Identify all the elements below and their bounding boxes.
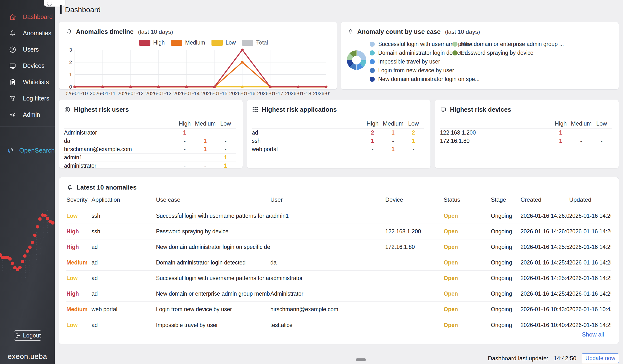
card-title: Highest risk devices — [450, 106, 511, 113]
table-row[interactable]: LowadSuccessful login with username patt… — [67, 271, 611, 286]
table-row[interactable]: Administrator1-- — [64, 128, 236, 137]
decorative-dots — [0, 206, 55, 291]
sidebar-item-opensearch[interactable]: OpenSearch — [0, 143, 55, 158]
legend-item[interactable]: High — [139, 40, 165, 46]
table-row[interactable]: Mediumweb portalLogin from new device by… — [67, 302, 611, 317]
sidebar-item-whitelists[interactable]: Whitelists — [0, 74, 55, 90]
sidebar-item-dashboard[interactable]: Dashboard — [0, 9, 55, 25]
risk-count-low: - — [215, 146, 236, 152]
risk-count-low: 1 — [215, 154, 236, 161]
legend-label: Medium — [185, 40, 205, 46]
update-now-button[interactable]: Update now — [582, 353, 619, 363]
logout-button[interactable]: Logout — [14, 330, 41, 341]
cell-updated: 2026-01-16 14:25:50 — [569, 244, 611, 250]
usecase-donut-chart — [347, 50, 366, 70]
table-row[interactable]: LowadImpossible travel by usertest.alice… — [67, 317, 611, 333]
sidebar-divider — [0, 127, 55, 127]
legend-item[interactable]: New domain administrator login on spe... — [370, 75, 480, 84]
cell-application: ad — [91, 275, 156, 281]
cell-user: test.alice — [270, 322, 385, 328]
svg-text:2026-01-19: 2026-01-19 — [313, 90, 330, 96]
table-row[interactable]: HighsshPassword spraying by device122.16… — [67, 224, 611, 239]
legend-item[interactable]: Low — [211, 40, 236, 46]
risk-count-medium: - — [195, 154, 215, 161]
table-row[interactable]: web portal-1- — [252, 145, 424, 153]
svg-text:2: 2 — [69, 59, 72, 65]
risk-count-low: 1 — [403, 138, 424, 144]
risk-count-high: 1 — [175, 129, 195, 136]
logout-icon — [15, 333, 21, 339]
table-row[interactable]: ad212 — [252, 128, 424, 137]
column-header-medium: Medium — [195, 120, 215, 127]
cell-severity: High — [67, 291, 91, 297]
svg-text:3: 3 — [69, 47, 72, 53]
legend-item[interactable]: New domain or enterprise admin group ... — [452, 40, 564, 48]
timeline-legend: HighMediumLowTotal — [76, 40, 332, 46]
table-row[interactable]: admin1--1 — [64, 153, 236, 162]
table-row[interactable]: LowsshSuccessful login with username pat… — [67, 208, 611, 224]
table-row[interactable]: HighadNew domain or enterprise admin gro… — [67, 286, 611, 302]
sidebar-item-log-filters[interactable]: Log filters — [0, 90, 55, 107]
cell-application: web portal — [91, 306, 156, 313]
donut-hole — [352, 56, 361, 65]
table-row[interactable]: administrator--1 — [64, 162, 236, 170]
sidebar-item-devices[interactable]: Devices — [0, 58, 55, 74]
cell-usecase: Successful login with username patterns … — [156, 275, 270, 281]
column-header: Created — [521, 196, 569, 203]
user-icon — [64, 106, 70, 113]
cell-usecase: Impossible travel by user — [156, 322, 270, 328]
cell-status: Open — [444, 244, 491, 250]
risk-count-medium: 1 — [195, 146, 215, 152]
cell-created: 2026-01-16 14:26:04 — [521, 213, 569, 219]
cell-status: Open — [444, 291, 491, 297]
sidebar-item-admin[interactable]: Admin — [0, 107, 55, 123]
anomalies-timeline-card: Anomalies timeline (last 10 days) HighMe… — [59, 22, 337, 89]
sidebar-item-users[interactable]: Users — [0, 41, 55, 58]
monitor-icon — [9, 62, 17, 70]
cell-stage: Ongoing — [491, 275, 521, 281]
cell-created: 2026-01-16 10:43:02 — [521, 306, 569, 313]
legend-item[interactable]: Medium — [171, 40, 205, 46]
risk-count-medium: 1 — [383, 146, 403, 152]
legend-item[interactable]: Login from new device by user — [370, 66, 480, 75]
risk-count-low: 2 — [403, 129, 424, 136]
bell-icon — [67, 184, 73, 191]
table-row[interactable]: da-1- — [64, 137, 236, 145]
legend-label: Low — [226, 40, 236, 46]
table-row[interactable]: 122.168.1.2001-- — [440, 128, 612, 137]
legend-swatch-icon — [139, 40, 150, 46]
show-all-link[interactable]: Show all — [582, 331, 604, 338]
collapse-sidebar-icon[interactable]: ← — [47, 1, 52, 6]
bell-icon — [9, 29, 17, 37]
legend-dot-icon — [370, 42, 375, 47]
cell-usecase: New domain or enterprise admin group mem… — [156, 291, 270, 297]
legend-item[interactable]: Password spraying by device — [452, 48, 564, 57]
legend-label: New domain administrator login on spe... — [378, 76, 480, 83]
risk-count-high: 1 — [551, 129, 571, 136]
anomaly-count-card: Anomaly count by use case (last 10 days)… — [341, 22, 619, 89]
table-row[interactable]: 172.16.1.801-- — [440, 137, 612, 145]
cell-application: ad — [91, 291, 156, 297]
usecase-legend-col2: New domain or enterprise admin group ...… — [452, 40, 564, 57]
cell-created: 2026-01-16 14:25:48 — [521, 259, 569, 266]
column-header: Device — [385, 196, 444, 203]
cell-severity: High — [67, 244, 91, 250]
cell-device: 172.16.1.80 — [385, 244, 444, 250]
cell-device: 122.168.1.200 — [385, 228, 444, 235]
sidebar-item-label: Users — [23, 46, 39, 53]
cell-user: administrator — [270, 275, 385, 281]
sidebar-item-anomalies[interactable]: Anomalies — [0, 25, 55, 41]
highest-risk-users-card: Highest risk users High Medium Low Admin… — [59, 100, 243, 168]
horizontal-scrollbar-thumb[interactable] — [356, 358, 366, 361]
table-row[interactable]: MediumadDomain administrator login detec… — [67, 255, 611, 271]
table-row[interactable]: ssh1-1 — [252, 137, 424, 145]
page-title: Dashboard — [65, 6, 101, 14]
card-header: Latest 10 anomalies — [67, 184, 611, 191]
table-row[interactable]: hirschmann@example.com-1- — [64, 145, 236, 153]
risk-count-medium: - — [195, 163, 215, 169]
table-row[interactable]: HighadNew domain administrator login on … — [67, 239, 611, 255]
highest-risk-applications-card: Highest risk applications High Medium Lo… — [247, 100, 431, 168]
table-header: High Medium Low — [440, 119, 612, 128]
legend-item[interactable]: Impossible travel by user — [370, 57, 480, 66]
legend-item[interactable]: Total — [242, 40, 268, 46]
